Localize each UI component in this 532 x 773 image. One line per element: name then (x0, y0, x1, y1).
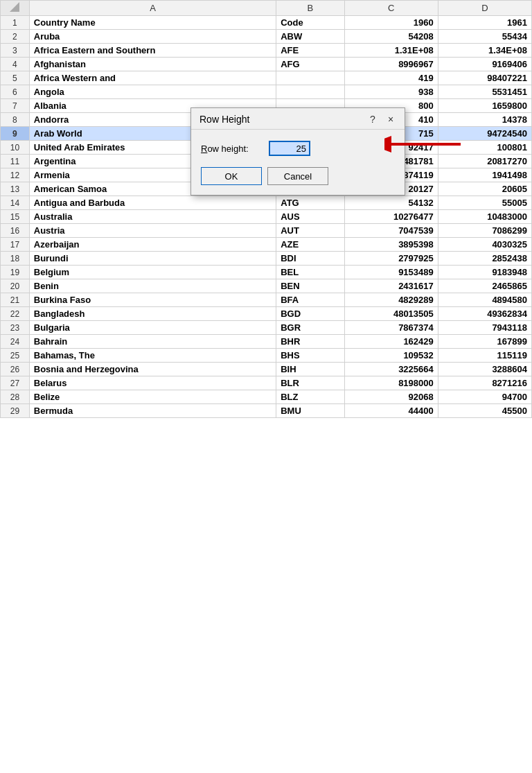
col-b-cell[interactable]: ATG (276, 196, 344, 210)
col-b-cell[interactable]: AUS (276, 210, 344, 224)
row-number[interactable]: 23 (1, 321, 30, 335)
col-c-cell[interactable]: 10276477 (344, 210, 438, 224)
col-c-cell[interactable]: 44400 (344, 404, 438, 418)
col-header-a[interactable]: A (29, 1, 276, 16)
col-d-cell[interactable]: 2852438 (438, 252, 531, 266)
col-d-cell[interactable]: 100801 (438, 141, 531, 155)
dialog-close-button[interactable]: × (384, 112, 398, 126)
col-b-cell[interactable]: BMU (276, 404, 344, 418)
row-number[interactable]: 5 (1, 71, 30, 85)
row-number[interactable]: 13 (1, 182, 30, 196)
col-d-cell[interactable]: 4894580 (438, 293, 531, 307)
col-b-cell[interactable]: AFE (276, 44, 344, 58)
row-number[interactable]: 17 (1, 238, 30, 252)
col-a-cell[interactable]: Aruba (29, 30, 276, 44)
col-d-cell[interactable]: 9183948 (438, 266, 531, 279)
row-number[interactable]: 4 (1, 58, 30, 71)
col-b-cell[interactable]: BLR (276, 376, 344, 390)
col-d-cell[interactable]: 55005 (438, 196, 531, 210)
col-c-cell[interactable]: 54208 (344, 30, 438, 44)
row-number[interactable]: 8 (1, 113, 30, 127)
row-number[interactable]: 24 (1, 335, 30, 349)
col-d-cell[interactable]: 94724540 (438, 127, 531, 141)
row-number[interactable]: 27 (1, 376, 30, 390)
col-b-cell[interactable]: BGD (276, 307, 344, 321)
col-c-cell[interactable]: 2431617 (344, 279, 438, 293)
col-c-cell[interactable]: 8198000 (344, 376, 438, 390)
col-header-b[interactable]: B (276, 1, 344, 16)
col-c-cell[interactable]: 4829289 (344, 293, 438, 307)
col-a-cell[interactable]: Antigua and Barbuda (29, 196, 276, 210)
col-b-cell[interactable]: ABW (276, 30, 344, 44)
row-number[interactable]: 2 (1, 30, 30, 44)
col-d-cell[interactable]: 8271216 (438, 376, 531, 390)
col-a-cell[interactable]: Bosnia and Herzegovina (29, 363, 276, 376)
col-d-cell[interactable]: 4030325 (438, 238, 531, 252)
col-b-cell[interactable]: Code (276, 16, 344, 30)
col-c-cell[interactable]: 2797925 (344, 252, 438, 266)
col-d-cell[interactable]: 49362834 (438, 307, 531, 321)
col-d-cell[interactable]: 55434 (438, 30, 531, 44)
col-a-cell[interactable]: Australia (29, 210, 276, 224)
col-d-cell[interactable]: 167899 (438, 335, 531, 349)
col-c-cell[interactable]: 419 (344, 71, 438, 85)
row-number[interactable]: 10 (1, 141, 30, 155)
col-d-cell[interactable]: 20817270 (438, 155, 531, 168)
row-number[interactable]: 11 (1, 155, 30, 168)
col-d-cell[interactable]: 9169406 (438, 58, 531, 71)
col-d-cell[interactable]: 45500 (438, 404, 531, 418)
col-a-cell[interactable]: Bahrain (29, 335, 276, 349)
col-c-cell[interactable]: 7867374 (344, 321, 438, 335)
col-a-cell[interactable]: Africa Western and (29, 71, 276, 85)
row-number[interactable]: 16 (1, 224, 30, 238)
col-c-cell[interactable]: 1.31E+08 (344, 44, 438, 58)
col-c-cell[interactable]: 54132 (344, 196, 438, 210)
row-number[interactable]: 29 (1, 404, 30, 418)
col-c-cell[interactable]: 162429 (344, 335, 438, 349)
row-number[interactable]: 1 (1, 16, 30, 30)
row-number[interactable]: 21 (1, 293, 30, 307)
col-b-cell[interactable]: AZE (276, 238, 344, 252)
row-number[interactable]: 6 (1, 85, 30, 99)
ok-button[interactable]: OK (201, 167, 262, 185)
dialog-help-button[interactable]: ? (366, 112, 380, 126)
col-b-cell[interactable]: BFA (276, 293, 344, 307)
col-c-cell[interactable]: 92068 (344, 390, 438, 404)
col-b-cell[interactable]: BHR (276, 335, 344, 349)
col-d-cell[interactable]: 3288604 (438, 363, 531, 376)
row-height-input[interactable] (269, 141, 310, 156)
row-number[interactable]: 3 (1, 44, 30, 58)
col-d-cell[interactable]: 14378 (438, 113, 531, 127)
col-d-cell[interactable]: 1.34E+08 (438, 44, 531, 58)
row-number[interactable]: 15 (1, 210, 30, 224)
col-d-cell[interactable]: 1941498 (438, 168, 531, 182)
col-a-cell[interactable]: Afghanistan (29, 58, 276, 71)
col-a-cell[interactable]: Belize (29, 390, 276, 404)
col-b-cell[interactable]: BDI (276, 252, 344, 266)
col-b-cell[interactable]: BEN (276, 279, 344, 293)
col-a-cell[interactable]: Bangladesh (29, 307, 276, 321)
row-number[interactable]: 14 (1, 196, 30, 210)
row-number[interactable]: 19 (1, 266, 30, 279)
col-a-cell[interactable]: Benin (29, 279, 276, 293)
row-number[interactable]: 20 (1, 279, 30, 293)
col-d-cell[interactable]: 10483000 (438, 210, 531, 224)
col-header-d[interactable]: D (438, 1, 531, 16)
row-number[interactable]: 26 (1, 363, 30, 376)
col-b-cell[interactable] (276, 85, 344, 99)
col-d-cell[interactable]: 2465865 (438, 279, 531, 293)
col-d-cell[interactable]: 1659800 (438, 99, 531, 113)
col-b-cell[interactable]: AUT (276, 224, 344, 238)
col-d-cell[interactable]: 20605 (438, 182, 531, 196)
col-c-cell[interactable]: 7047539 (344, 224, 438, 238)
col-c-cell[interactable]: 8996967 (344, 58, 438, 71)
row-number[interactable]: 7 (1, 99, 30, 113)
col-c-cell[interactable]: 9153489 (344, 266, 438, 279)
col-c-cell[interactable]: 109532 (344, 349, 438, 363)
col-a-cell[interactable]: Burundi (29, 252, 276, 266)
col-a-cell[interactable]: Belarus (29, 376, 276, 390)
col-a-cell[interactable]: Burkina Faso (29, 293, 276, 307)
col-b-cell[interactable] (276, 71, 344, 85)
row-number[interactable]: 18 (1, 252, 30, 266)
col-a-cell[interactable]: Africa Eastern and Southern (29, 44, 276, 58)
